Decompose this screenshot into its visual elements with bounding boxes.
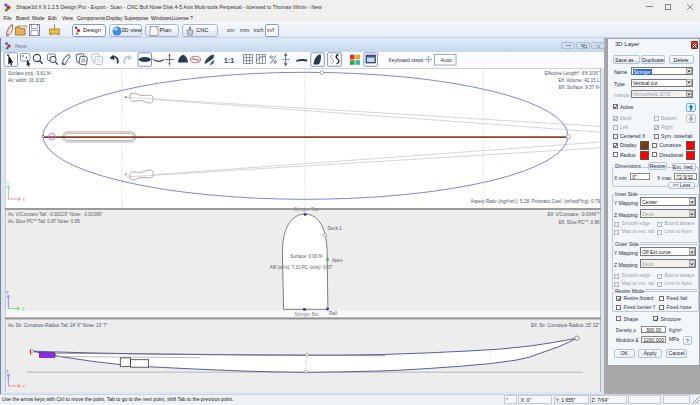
svg-text:Effective Length*: 6'8 3/16": Effective Length*: 6'8 3/16" [544,71,599,76]
svg-text:Surface: 0.00 ft²: Surface: 0.00 ft² [290,253,323,258]
svg-text:Auto: Auto [441,57,452,63]
svg-text:Apex: Apex [332,257,343,262]
svg-text:Keyboard steps: Keyboard steps [389,57,424,63]
svg-text:Av. Str. Curvature Radius Tail: Av. Str. Curvature Radius Tail: 24' 6" N… [8,323,108,328]
svg-text:Av. width: 16 3/16": Av. width: 16 3/16" [8,78,46,83]
svg-text:Eff. Str. Curvature Radius: 15: Eff. Str. Curvature Radius: 15' 12" [531,323,600,328]
svg-text:1:1: 1:1 [224,57,234,64]
svg-text:AR (w²/s): 7.31 PC (s/wt): 0: AR (w²/s): 7.31 PC (s/wt): 0.07 [270,265,333,270]
svg-text:Aspect Ratio (lngt²/srf.): 5.: Aspect Ratio (lngt²/srf.): 5.28, Prismat… [471,198,601,203]
svg-text:Stringer Bot: Stringer Bot [294,311,319,316]
svg-text:Eff. Surface: 9.37 ft²: Eff. Surface: 9.37 ft² [559,85,600,90]
svg-text:Av. Slice PC** Tail: 0.87 Nos: Av. Slice PC** Tail: 0.87 Nose: 0.85 [8,219,80,224]
svg-text:Av. V/Concave Tail: -0.00219": Av. V/Concave Tail: -0.00219" Nose: -0.0… [8,211,103,216]
svg-text:Deck 1: Deck 1 [328,226,343,231]
svg-text:Eff. V/Concave: -0.0046"*: Eff. V/Concave: -0.0046"* [547,212,599,217]
svg-text:Eff. Volume: 42.15 L: Eff. Volume: 42.15 L [558,78,600,83]
svg-text:Eff. Slice PC**: 0.86: Eff. Slice PC**: 0.86 [559,219,600,224]
svg-text:Rail: Rail [329,311,337,316]
svg-text:Surface proj.: 9.61 ft²: Surface proj.: 9.61 ft² [8,71,51,76]
